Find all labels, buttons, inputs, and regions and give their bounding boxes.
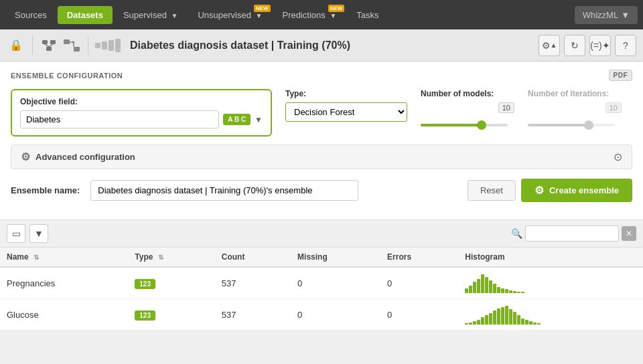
type-sort-icon: ⇅ [158,254,163,261]
search-box: 🔍 ✕ [511,225,636,242]
histogram-bar [529,321,532,325]
cell-missing: 0 [291,299,380,331]
transform-icon[interactable] [62,36,81,55]
advanced-config-panel[interactable]: ⚙ Advanced configuration ⊙ [11,145,632,169]
nav-supervised[interactable]: Supervised ▼ [114,6,188,24]
col-errors: Errors [380,248,458,267]
histogram-bar [517,315,520,325]
nav-sources[interactable]: Sources [5,6,56,24]
num-iterations-label: Number of iterations: [528,89,622,98]
advanced-gear-icon: ⚙ [21,151,30,163]
histogram-bar [497,287,500,293]
search-input[interactable] [525,225,619,242]
lock-icon[interactable]: 🔒 [7,36,25,55]
histogram-bar [513,291,516,293]
histogram-bar [489,313,492,325]
histogram-bar [521,292,524,293]
num-iterations-value: 10 [605,102,622,113]
objective-field-label: Objective field: [20,97,263,106]
predictions-dropdown-arrow: ▼ [330,12,336,19]
num-type-badge: 123 [135,279,155,289]
histogram-bar [509,309,512,325]
col-count: Count [215,248,291,267]
histogram-bar [473,321,476,325]
code-icon[interactable]: (=)✦ [589,35,611,56]
pdf-button[interactable]: PDF [609,70,633,81]
histogram-bar [505,289,508,293]
cell-histogram [458,299,643,331]
reset-button[interactable]: Reset [468,180,516,201]
objective-field-input-row: A B C ▼ [20,110,263,128]
histogram-bar [513,312,516,325]
svg-line-3 [45,44,49,47]
svg-rect-1 [50,40,56,44]
table-toolbar: ▭ ▼ 🔍 ✕ [0,220,643,248]
settings-icon[interactable]: ⚙ ▲ [539,35,560,56]
nav-tasks[interactable]: Tasks [347,6,388,24]
svg-rect-6 [74,47,80,52]
histogram-bar [525,320,528,325]
svg-rect-5 [64,39,70,44]
histogram-bar [497,308,500,325]
histogram-bar [501,288,504,293]
num-models-value: 10 [498,102,514,113]
cell-histogram [458,267,643,299]
num-type-badge: 123 [135,310,155,321]
histogram-bar [481,274,484,293]
histogram-bar [485,277,488,293]
cell-type: 123 [128,267,214,299]
num-models-slider[interactable] [421,124,508,126]
search-clear-button[interactable]: ✕ [622,226,636,241]
table-header: Name ⇅ Type ⇅ Count Missing Errors Histo… [0,248,643,267]
whizzml-menu[interactable]: WhizzML ▼ [575,6,638,24]
histogram-chart [465,304,636,325]
cell-errors: 0 [380,299,458,331]
col-name[interactable]: Name ⇅ [0,248,128,267]
refresh-icon[interactable]: ↻ [564,35,585,56]
objective-field-dropdown[interactable]: ▼ [255,115,263,124]
num-models-label: Number of models: [421,89,514,98]
histogram-bar [493,310,496,325]
fields-table-section: ▭ ▼ 🔍 ✕ Name ⇅ Type ⇅ Count Missing Erro… [0,219,643,331]
collapse-icon[interactable]: ▭ [7,224,25,243]
histogram-bar [493,284,496,293]
create-ensemble-button[interactable]: ⚙ Create ensemble [521,179,632,202]
objective-field-box: Objective field: A B C ▼ [11,89,272,136]
whizzml-dropdown-arrow: ▼ [621,10,630,20]
table-dropdown-button[interactable]: ▼ [29,224,48,243]
cell-name: Pregnancies [0,267,128,299]
col-type[interactable]: Type ⇅ [128,248,214,267]
objective-field-input[interactable] [20,110,219,128]
histogram-bar [505,306,508,325]
table-row: Glucose12353700 [0,299,643,331]
cell-count: 537 [215,267,291,299]
name-sort-icon: ⇅ [33,254,39,261]
histogram-bar [521,318,524,325]
table-row: Pregnancies12353700 [0,267,643,299]
histogram-bar [465,323,468,325]
help-icon[interactable]: ? [615,35,636,56]
num-models-section: Number of models: 10 [421,89,514,126]
separator-1 [32,36,33,55]
nav-unsupervised[interactable]: NEW Unsupervised ▼ [188,6,271,24]
ensemble-name-label: Ensemble name: [11,185,80,195]
cell-missing: 0 [291,267,380,299]
nav-predictions[interactable]: NEW Predictions ▼ [273,6,346,24]
histogram-bar [501,307,504,325]
histogram-chart [465,273,636,293]
histogram-bar [509,290,512,293]
separator-2 [88,36,88,55]
nav-datasets[interactable]: Datasets [58,6,113,24]
ensemble-actions: Reset ⚙ Create ensemble [468,179,632,202]
histogram-bar [517,292,520,293]
histogram-bar [485,315,488,325]
histogram-bar [533,323,537,325]
table-body: Pregnancies12353700Glucose12353700 [0,267,643,331]
col-histogram: Histogram [458,248,643,267]
type-label: Type: [285,89,407,98]
type-select[interactable]: Decision Forest Random Decision Forest B… [285,102,407,122]
fields-table: Name ⇅ Type ⇅ Count Missing Errors Histo… [0,248,643,331]
supervised-dropdown-arrow: ▼ [171,12,178,19]
dataset-type-icon[interactable] [40,36,58,55]
ensemble-name-input[interactable] [90,180,358,201]
